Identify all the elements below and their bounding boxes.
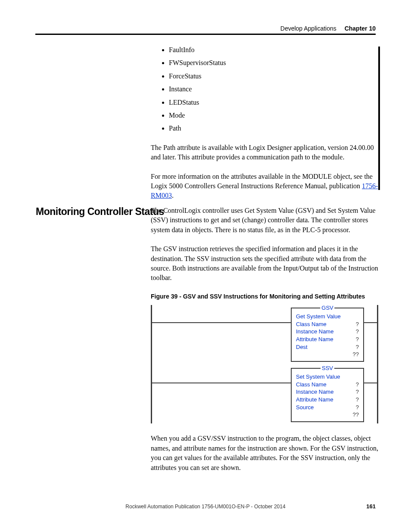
- main-column-section: The ControlLogix controller uses Get Sys…: [151, 206, 379, 482]
- paragraph-s2-1: The ControlLogix controller uses Get Sys…: [151, 206, 379, 235]
- gsv-row-v: ?: [356, 320, 359, 328]
- header-chapter-label: Chapter 10: [345, 25, 376, 32]
- ssv-row-v: ?: [356, 381, 359, 389]
- gsv-row-v: ??: [353, 351, 359, 358]
- paragraph-moreinfo-post: .: [172, 192, 174, 199]
- ladder-rung-ssv-in: [152, 383, 303, 383]
- gsv-title: Get System Value: [296, 313, 341, 320]
- footer: Rockwell Automation Publication 1756-UM0…: [35, 504, 376, 510]
- page: Develop Applications Chapter 10 FaultInf…: [0, 0, 411, 532]
- ssv-row-k: Source: [296, 404, 314, 411]
- list-item: Instance: [169, 84, 379, 94]
- gsv-row-v: ?: [356, 328, 359, 336]
- main-column-top: FaultInfo FWSupervisorStatus ForceStatus…: [151, 45, 379, 210]
- running-header: Develop Applications Chapter 10: [35, 25, 376, 32]
- footer-publication: Rockwell Automation Publication 1756-UM0…: [125, 504, 285, 510]
- list-item: FaultInfo: [169, 45, 379, 55]
- ssv-row-v: ?: [356, 396, 359, 404]
- paragraph-path: The Path attribute is available with Log…: [151, 143, 379, 162]
- paragraph-s2-2: The GSV instruction retrieves the specif…: [151, 244, 379, 283]
- list-item: LEDStatus: [169, 98, 379, 107]
- ssv-tag: SSV: [321, 364, 334, 372]
- ssv-row-v: ??: [353, 411, 359, 419]
- ladder-rung-ssv-out: [364, 383, 377, 383]
- ssv-row-v: ?: [356, 388, 359, 396]
- ssv-row-k: Instance Name: [296, 388, 333, 396]
- ladder-rung-gsv-out: [364, 322, 377, 323]
- paragraph-moreinfo: For more information on the attributes a…: [151, 172, 379, 201]
- gsv-row-v: ?: [356, 336, 359, 343]
- ssv-row-k: Attribute Name: [296, 396, 333, 404]
- ssv-title: Set System Value: [296, 373, 340, 381]
- list-item: Mode: [169, 111, 379, 120]
- gsv-row-v: ?: [356, 343, 359, 351]
- ladder-diagram: GSV Get System Value Class Name? Instanc…: [151, 305, 378, 423]
- ssv-row-v: ?: [356, 404, 359, 411]
- paragraph-after-figure: When you add a GSV/SSV instruction to th…: [151, 434, 379, 473]
- header-chapter-title: Develop Applications: [280, 25, 336, 32]
- attributes-list: FaultInfo FWSupervisorStatus ForceStatus…: [151, 45, 379, 134]
- ladder-rung-gsv-in: [152, 322, 303, 323]
- gsv-row-k: Attribute Name: [296, 336, 333, 343]
- ladder-rail-right: [377, 305, 378, 423]
- gsv-block: GSV Get System Value Class Name? Instanc…: [291, 308, 364, 361]
- paragraph-moreinfo-pre: For more information on the attributes a…: [151, 173, 373, 190]
- section-heading: Monitoring Controller Status: [36, 206, 164, 218]
- list-item: ForceStatus: [169, 72, 379, 81]
- figure-caption: Figure 39 - GSV and SSV Instructions for…: [151, 292, 379, 301]
- list-item: Path: [169, 124, 379, 133]
- ssv-block: SSV Set System Value Class Name? Instanc…: [291, 368, 364, 422]
- header-rule: [35, 34, 376, 35]
- ssv-row-k: Class Name: [296, 381, 327, 389]
- gsv-row-k: Instance Name: [296, 328, 333, 336]
- gsv-row-k: Class Name: [296, 320, 327, 328]
- gsv-tag: GSV: [320, 304, 334, 312]
- gsv-row-k: Dest: [296, 343, 308, 351]
- list-item: FWSupervisorStatus: [169, 58, 379, 68]
- footer-page-number: 161: [366, 503, 376, 510]
